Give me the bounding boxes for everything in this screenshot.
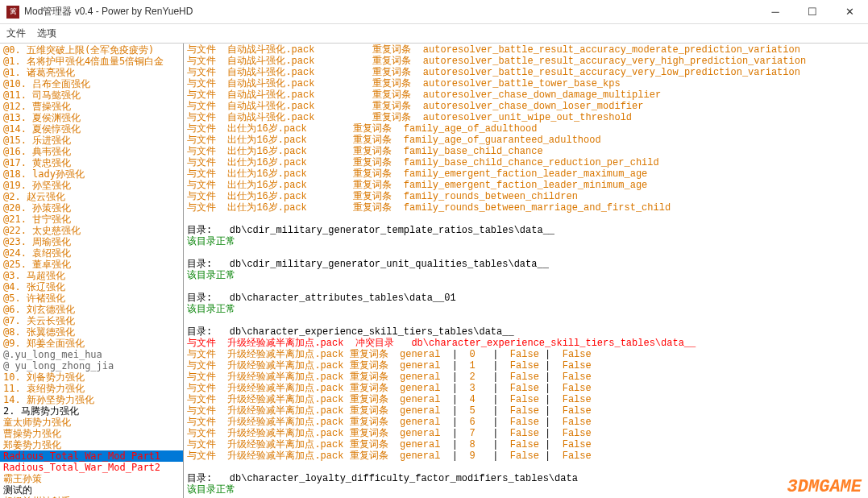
mod-list-item[interactable]: 霸王孙策 <box>0 473 183 484</box>
mod-list-item[interactable]: @20. 孙策强化 <box>0 202 183 214</box>
log-line: 与文件 自动战斗强化.pack 重复词条 autoresolver_battle… <box>187 67 865 78</box>
log-line: 该目录正常 <box>187 484 865 496</box>
log-line: 该目录正常 <box>187 236 865 247</box>
mod-list-item[interactable]: @1. 名将护甲强化4倍血量5倍铜白金 <box>0 56 183 67</box>
app-icon: 篱 <box>6 6 19 19</box>
log-line: 与文件 出仕为16岁.pack 重复词条 family_base_child_c… <box>187 157 865 168</box>
log-line: 与文件 升级经验减半离加点.pack 重复词条 general | 3 | Fa… <box>187 383 865 394</box>
log-line: 与文件 出仕为16岁.pack 重复词条 family_base_child_c… <box>187 146 865 157</box>
mod-list-item[interactable]: @15. 乐进强化 <box>0 135 183 146</box>
log-line: 与文件 升级经验减半离加点.pack 重复词条 general | 5 | Fa… <box>187 405 865 417</box>
log-line <box>187 281 865 293</box>
mod-list-item[interactable]: @25. 董卓强化 <box>0 259 183 270</box>
mod-list-item[interactable]: @21. 甘宁强化 <box>0 214 183 225</box>
log-line: 与文件 升级经验减半离加点.pack 重复词条 general | 2 | Fa… <box>187 371 865 383</box>
mod-list-item[interactable]: 童太师势力强化 <box>0 417 183 428</box>
log-line: 与文件 升级经验减半离加点.pack 重复词条 general | 6 | Fa… <box>187 417 865 428</box>
log-line: 与文件 自动战斗强化.pack 重复词条 autoresolver_battle… <box>187 78 865 89</box>
mod-list-item[interactable]: @24. 袁绍强化 <box>0 247 183 259</box>
log-line: 与文件 出仕为16岁.pack 重复词条 family_emergent_fac… <box>187 168 865 180</box>
mod-list-item[interactable]: 10. 刘备势力强化 <box>0 371 183 383</box>
log-line: 目录: db\character_loyalty_difficulty_fact… <box>187 473 865 484</box>
log-line <box>187 247 865 259</box>
mod-list-item[interactable]: Radious_Total_War_Mod_Part1 <box>0 450 183 462</box>
mod-list-item[interactable]: @13. 夏侯渊强化 <box>0 112 183 123</box>
log-line: 与文件 自动战斗强化.pack 重复词条 autoresolver_battle… <box>187 44 865 56</box>
mod-list-item[interactable]: @2. 赵云强化 <box>0 191 183 202</box>
log-line: 与文件 升级经验减半离加点.pack 重复词条 general | 7 | Fa… <box>187 428 865 439</box>
menubar: 文件 选项 <box>0 24 868 44</box>
close-button[interactable]: ✕ <box>831 0 868 24</box>
log-line <box>187 214 865 225</box>
mod-list-item[interactable]: @5. 许褚强化 <box>0 293 183 304</box>
mod-list-item[interactable]: 郑姜势力强化 <box>0 439 183 450</box>
window-title: Mod管理器 v0.4 - Power by RenYueHD <box>24 5 757 19</box>
log-line: 与文件 升级经验减半离加点.pack 重复词条 general | 8 | Fa… <box>187 439 865 450</box>
log-line: 目录: db\cdir_military_generator_unit_qual… <box>187 259 865 270</box>
mod-list-item[interactable]: @18. lady孙强化 <box>0 168 183 180</box>
mod-list-item[interactable]: @7. 关云长强化 <box>0 315 183 326</box>
mod-list-item[interactable]: @23. 周瑜强化 <box>0 236 183 247</box>
log-line: 与文件 升级经验减半离加点.pack 重复词条 general | 4 | Fa… <box>187 394 865 405</box>
mod-list-item[interactable]: 11. 袁绍势力强化 <box>0 383 183 394</box>
mod-list-sidebar[interactable]: @0. 五维突破上限(全军免疫疲劳)@1. 名将护甲强化4倍血量5倍铜白金@1.… <box>0 44 184 498</box>
mod-list-item[interactable]: @6. 刘玄德强化 <box>0 304 183 315</box>
mod-list-item[interactable]: @9. 郑姜全面强化 <box>0 338 183 349</box>
log-line: 与文件 出仕为16岁.pack 重复词条 family_emergent_fac… <box>187 180 865 191</box>
log-line: 目录: db\character_experience_skill_tiers_… <box>187 326 865 338</box>
mod-list-item[interactable]: @22. 太史慈强化 <box>0 225 183 236</box>
log-line: 与文件 自动战斗强化.pack 重复词条 autoresolver_chase_… <box>187 89 865 101</box>
mod-list-item[interactable]: 曹操势力强化 <box>0 428 183 439</box>
log-panel[interactable]: 与文件 自动战斗强化.pack 重复词条 autoresolver_battle… <box>184 44 868 498</box>
mod-list-item[interactable]: 14. 新孙坚势力强化 <box>0 394 183 405</box>
log-line: 与文件 出仕为16岁.pack 重复词条 family_age_of_adult… <box>187 123 865 135</box>
log-line: 目录: db\character_attributes_tables\data_… <box>187 293 865 304</box>
log-line <box>187 315 865 326</box>
mod-list-item[interactable]: @.yu_long_mei_hua <box>0 349 183 360</box>
mod-list-item[interactable]: 测试的 <box>0 484 183 496</box>
log-line: 与文件 升级经验减半离加点.pack 重复词条 general | 0 | Fa… <box>187 349 865 360</box>
log-line: 与文件 出仕为16岁.pack 重复词条 family_age_of_guara… <box>187 135 865 146</box>
log-line: 与文件 升级经验减半离加点.pack 重复词条 general | 1 | Fa… <box>187 360 865 371</box>
mod-list-item[interactable]: @3. 马超强化 <box>0 270 183 281</box>
log-line: 与文件 出仕为16岁.pack 重复词条 family_rounds_betwe… <box>187 202 865 214</box>
log-line: 目录: db\cdir_military_generator_template_… <box>187 225 865 236</box>
menu-options[interactable]: 选项 <box>37 27 56 40</box>
mod-list-item[interactable]: @16. 典韦强化 <box>0 146 183 157</box>
log-line <box>187 462 865 473</box>
log-line: 与文件 出仕为16岁.pack 重复词条 family_rounds_betwe… <box>187 191 865 202</box>
mod-list-item[interactable]: @0. 五维突破上限(全军免疫疲劳) <box>0 44 183 56</box>
menu-file[interactable]: 文件 <box>6 27 26 40</box>
mod-list-item[interactable]: @19. 孙坚强化 <box>0 180 183 191</box>
log-line: 与文件 自动战斗强化.pack 重复词条 autoresolver_battle… <box>187 56 865 67</box>
mod-list-item[interactable]: 2. 马腾势力强化 <box>0 405 183 417</box>
mod-list-item[interactable]: @14. 夏侯惇强化 <box>0 123 183 135</box>
log-line: 该目录正常 <box>187 304 865 315</box>
minimize-button[interactable]: ─ <box>757 0 794 24</box>
mod-list-item[interactable]: @11. 司马懿强化 <box>0 89 183 101</box>
mod-list-item[interactable]: @1. 诸葛亮强化 <box>0 67 183 78</box>
maximize-button[interactable]: ☐ <box>794 0 831 24</box>
mod-list-item[interactable]: @12. 曹操强化 <box>0 101 183 112</box>
log-line: 与文件 自动战斗强化.pack 重复词条 autoresolver_chase_… <box>187 101 865 112</box>
log-line: 与文件 升级经验减半离加点.pack 重复词条 general | 9 | Fa… <box>187 450 865 462</box>
mod-list-item[interactable]: @17. 黄忠强化 <box>0 157 183 168</box>
titlebar: 篱 Mod管理器 v0.4 - Power by RenYueHD ─ ☐ ✕ <box>0 0 868 24</box>
window-buttons: ─ ☐ ✕ <box>757 0 868 24</box>
log-line: 与文件 自动战斗强化.pack 重复词条 autoresolver_unit_w… <box>187 112 865 123</box>
log-line: 与文件 升级经验减半离加点.pack 冲突目录 db\character_exp… <box>187 338 865 349</box>
mod-list-item[interactable]: @ yu_long_zhong_jia <box>0 360 183 371</box>
mod-list-item[interactable]: @4. 张辽强化 <box>0 281 183 293</box>
mod-list-item[interactable]: @8. 张翼德强化 <box>0 326 183 338</box>
log-line: 该目录正常 <box>187 270 865 281</box>
mod-list-item[interactable]: @10. 吕布全面强化 <box>0 78 183 89</box>
mod-list-item[interactable]: Radious_Total_War_Mod_Part2 <box>0 462 183 473</box>
